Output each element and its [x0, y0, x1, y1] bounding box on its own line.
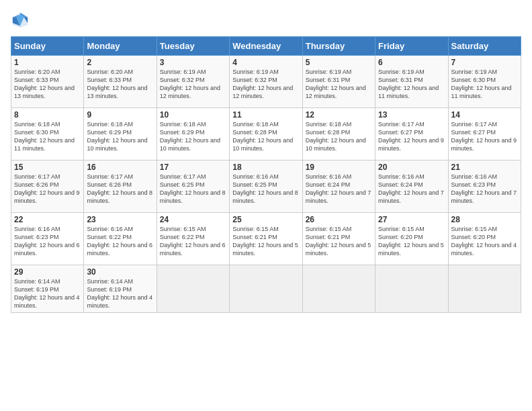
day-number: 7 [451, 58, 518, 67]
calendar-cell: 26Sunrise: 6:15 AMSunset: 6:21 PMDayligh… [302, 213, 375, 265]
day-number: 19 [306, 163, 372, 172]
calendar-cell: 6Sunrise: 6:19 AMSunset: 6:31 PMDaylight… [375, 56, 448, 108]
calendar-cell [157, 265, 229, 313]
day-info: Sunrise: 6:17 AMSunset: 6:25 PMDaylight:… [160, 173, 226, 205]
day-info: Sunrise: 6:19 AMSunset: 6:31 PMDaylight:… [378, 68, 445, 101]
col-header-wednesday: Wednesday [230, 37, 302, 56]
day-number: 13 [378, 110, 445, 120]
calendar-cell: 22Sunrise: 6:16 AMSunset: 6:23 PMDayligh… [11, 213, 84, 265]
day-number: 27 [378, 215, 445, 224]
day-number: 15 [14, 163, 81, 172]
day-number: 1 [14, 58, 81, 67]
day-info: Sunrise: 6:19 AMSunset: 6:32 PMDaylight:… [232, 68, 299, 101]
calendar-header-row: SundayMondayTuesdayWednesdayThursdayFrid… [11, 37, 521, 56]
calendar-cell: 13Sunrise: 6:17 AMSunset: 6:27 PMDayligh… [375, 108, 448, 161]
day-info: Sunrise: 6:16 AMSunset: 6:24 PMDaylight:… [306, 173, 372, 205]
logo [11, 11, 32, 30]
calendar-row-5: 29Sunrise: 6:14 AMSunset: 6:19 PMDayligh… [11, 265, 521, 313]
day-number: 30 [87, 267, 153, 277]
calendar-cell: 17Sunrise: 6:17 AMSunset: 6:25 PMDayligh… [157, 161, 229, 213]
calendar-cell: 10Sunrise: 6:18 AMSunset: 6:29 PMDayligh… [157, 108, 229, 161]
calendar-cell [375, 265, 448, 313]
calendar-cell: 7Sunrise: 6:19 AMSunset: 6:30 PMDaylight… [448, 56, 521, 108]
day-number: 26 [306, 215, 372, 224]
day-number: 5 [306, 58, 372, 67]
day-number: 20 [378, 163, 445, 172]
day-info: Sunrise: 6:16 AMSunset: 6:24 PMDaylight:… [378, 173, 445, 205]
day-info: Sunrise: 6:17 AMSunset: 6:27 PMDaylight:… [378, 120, 445, 153]
col-header-thursday: Thursday [302, 37, 375, 56]
calendar-cell: 30Sunrise: 6:14 AMSunset: 6:19 PMDayligh… [84, 265, 157, 313]
day-info: Sunrise: 6:16 AMSunset: 6:25 PMDaylight:… [232, 173, 299, 205]
page-container: SundayMondayTuesdayWednesdayThursdayFrid… [0, 0, 532, 318]
col-header-tuesday: Tuesday [157, 37, 229, 56]
calendar-cell: 11Sunrise: 6:18 AMSunset: 6:28 PMDayligh… [230, 108, 302, 161]
calendar-row-4: 22Sunrise: 6:16 AMSunset: 6:23 PMDayligh… [11, 213, 521, 265]
calendar-cell: 18Sunrise: 6:16 AMSunset: 6:25 PMDayligh… [230, 161, 302, 213]
calendar-row-3: 15Sunrise: 6:17 AMSunset: 6:26 PMDayligh… [11, 161, 521, 213]
day-info: Sunrise: 6:15 AMSunset: 6:20 PMDaylight:… [378, 225, 445, 258]
col-header-sunday: Sunday [11, 37, 84, 56]
day-number: 18 [232, 163, 299, 172]
calendar-row-2: 8Sunrise: 6:18 AMSunset: 6:30 PMDaylight… [11, 108, 521, 161]
day-info: Sunrise: 6:15 AMSunset: 6:22 PMDaylight:… [160, 225, 226, 258]
day-info: Sunrise: 6:19 AMSunset: 6:31 PMDaylight:… [306, 68, 372, 101]
calendar-cell: 19Sunrise: 6:16 AMSunset: 6:24 PMDayligh… [302, 161, 375, 213]
day-info: Sunrise: 6:18 AMSunset: 6:28 PMDaylight:… [232, 120, 299, 153]
day-number: 29 [14, 267, 81, 277]
day-number: 17 [160, 163, 226, 172]
day-number: 25 [232, 215, 299, 224]
day-number: 23 [87, 215, 153, 224]
day-info: Sunrise: 6:14 AMSunset: 6:19 PMDaylight:… [87, 277, 153, 310]
calendar-cell: 23Sunrise: 6:16 AMSunset: 6:22 PMDayligh… [84, 213, 157, 265]
day-number: 9 [87, 110, 153, 120]
day-info: Sunrise: 6:18 AMSunset: 6:28 PMDaylight:… [306, 120, 372, 153]
day-info: Sunrise: 6:16 AMSunset: 6:23 PMDaylight:… [14, 225, 81, 258]
logo-icon [11, 11, 30, 30]
day-number: 16 [87, 163, 153, 172]
day-number: 12 [306, 110, 372, 120]
calendar-cell: 16Sunrise: 6:17 AMSunset: 6:26 PMDayligh… [84, 161, 157, 213]
calendar-cell: 25Sunrise: 6:15 AMSunset: 6:21 PMDayligh… [230, 213, 302, 265]
day-info: Sunrise: 6:18 AMSunset: 6:29 PMDaylight:… [87, 120, 153, 153]
day-info: Sunrise: 6:16 AMSunset: 6:23 PMDaylight:… [451, 173, 518, 205]
day-info: Sunrise: 6:17 AMSunset: 6:27 PMDaylight:… [451, 120, 518, 153]
day-number: 3 [160, 58, 226, 67]
day-info: Sunrise: 6:15 AMSunset: 6:21 PMDaylight:… [306, 225, 372, 258]
calendar-cell [448, 265, 521, 313]
page-header [11, 11, 521, 30]
day-number: 8 [14, 110, 81, 120]
calendar-cell: 12Sunrise: 6:18 AMSunset: 6:28 PMDayligh… [302, 108, 375, 161]
calendar-cell: 5Sunrise: 6:19 AMSunset: 6:31 PMDaylight… [302, 56, 375, 108]
calendar-cell: 8Sunrise: 6:18 AMSunset: 6:30 PMDaylight… [11, 108, 84, 161]
calendar-cell: 14Sunrise: 6:17 AMSunset: 6:27 PMDayligh… [448, 108, 521, 161]
day-info: Sunrise: 6:19 AMSunset: 6:32 PMDaylight:… [160, 68, 226, 101]
day-info: Sunrise: 6:16 AMSunset: 6:22 PMDaylight:… [87, 225, 153, 258]
day-number: 24 [160, 215, 226, 224]
day-info: Sunrise: 6:20 AMSunset: 6:33 PMDaylight:… [14, 68, 81, 101]
calendar-cell: 24Sunrise: 6:15 AMSunset: 6:22 PMDayligh… [157, 213, 229, 265]
calendar-table: SundayMondayTuesdayWednesdayThursdayFrid… [11, 36, 521, 313]
day-number: 21 [451, 163, 518, 172]
day-number: 28 [451, 215, 518, 224]
calendar-cell: 20Sunrise: 6:16 AMSunset: 6:24 PMDayligh… [375, 161, 448, 213]
calendar-cell: 29Sunrise: 6:14 AMSunset: 6:19 PMDayligh… [11, 265, 84, 313]
day-info: Sunrise: 6:15 AMSunset: 6:20 PMDaylight:… [451, 225, 518, 258]
day-info: Sunrise: 6:19 AMSunset: 6:30 PMDaylight:… [451, 68, 518, 101]
calendar-cell: 28Sunrise: 6:15 AMSunset: 6:20 PMDayligh… [448, 213, 521, 265]
calendar-cell: 2Sunrise: 6:20 AMSunset: 6:33 PMDaylight… [84, 56, 157, 108]
day-number: 11 [232, 110, 299, 120]
day-number: 2 [87, 58, 153, 67]
day-number: 22 [14, 215, 81, 224]
day-number: 10 [160, 110, 226, 120]
day-number: 14 [451, 110, 518, 120]
calendar-cell: 9Sunrise: 6:18 AMSunset: 6:29 PMDaylight… [84, 108, 157, 161]
calendar-cell: 21Sunrise: 6:16 AMSunset: 6:23 PMDayligh… [448, 161, 521, 213]
day-info: Sunrise: 6:17 AMSunset: 6:26 PMDaylight:… [14, 173, 81, 205]
col-header-friday: Friday [375, 37, 448, 56]
day-info: Sunrise: 6:18 AMSunset: 6:30 PMDaylight:… [14, 120, 81, 153]
calendar-row-1: 1Sunrise: 6:20 AMSunset: 6:33 PMDaylight… [11, 56, 521, 108]
day-number: 4 [232, 58, 299, 67]
calendar-cell: 15Sunrise: 6:17 AMSunset: 6:26 PMDayligh… [11, 161, 84, 213]
day-info: Sunrise: 6:15 AMSunset: 6:21 PMDaylight:… [232, 225, 299, 258]
